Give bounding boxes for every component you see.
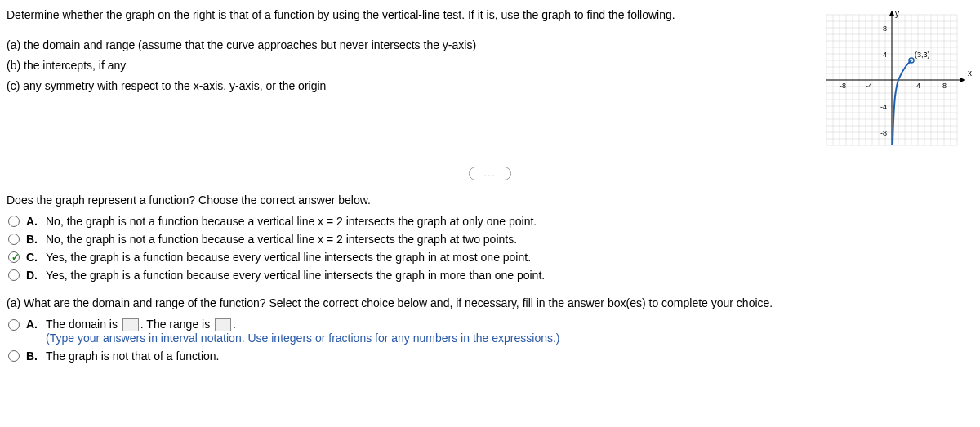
radio-icon[interactable] [8,216,20,227]
range-input[interactable] [215,318,231,331]
question-2: (a) What are the domain and range of the… [7,296,973,363]
expand-button[interactable]: ... [469,167,511,180]
q1-choice-a[interactable]: A. No, the graph is not a function becau… [7,215,973,228]
choice-letter: A. [26,318,38,331]
choice-text: Yes, the graph is a function because eve… [46,269,545,282]
intro-part-c: (c) any symmetry with respect to the x-a… [7,78,794,95]
svg-marker-45 [889,11,894,16]
tick-neg8: -8 [840,82,846,90]
tick-neg4: -4 [866,82,872,90]
q1-choice-d[interactable]: D. Yes, the graph is a function because … [7,269,973,282]
choice-letter: D. [26,269,38,282]
domain-input[interactable] [122,318,139,331]
choice-a-line1: The domain is . The range is . [46,318,560,331]
svg-marker-43 [960,78,965,82]
choice-letter: B. [26,349,38,363]
domain-pre: The domain is [46,318,121,331]
choice-text: The graph is not that of a function. [46,349,219,363]
choice-a-instruction: (Type your answers in interval notation.… [46,331,560,345]
question-1: Does the graph represent a function? Cho… [7,193,973,282]
choice-text: Yes, the graph is a function because eve… [46,251,531,264]
tick-neg8-y: -8 [880,129,887,137]
graph-panel: -8 -4 4 8 8 4 -4 -8 x y (3,3) [810,7,973,153]
tick-pos4-x: 4 [916,82,920,90]
choice-letter: A. [26,215,38,228]
radio-icon[interactable] [8,350,20,362]
radio-icon-selected[interactable] [8,251,20,263]
domain-post: . [233,318,236,331]
tick-pos8-x: 8 [942,82,947,90]
tick-pos8-y: 8 [883,24,887,33]
tick-neg4-y: -4 [880,103,887,111]
intro-part-a: (a) the domain and range (assume that th… [7,37,794,54]
q1-choice-c[interactable]: C. Yes, the graph is a function because … [7,251,973,264]
question-intro: Determine whether the graph on the right… [7,7,794,98]
intro-line1: Determine whether the graph on the right… [7,7,794,24]
tick-pos4-y: 4 [883,51,887,59]
q2-choice-a[interactable]: A. The domain is . The range is . (Type … [7,318,973,345]
choice-letter: C. [26,251,38,264]
q2-prompt: (a) What are the domain and range of the… [7,296,973,309]
choice-text: No, the graph is not a function because … [46,233,517,246]
function-graph: -8 -4 4 8 8 4 -4 -8 x y (3,3) [810,7,973,153]
radio-icon[interactable] [8,319,20,331]
q2-choice-b[interactable]: B. The graph is not that of a function. [7,349,973,363]
domain-mid: . The range is [140,318,213,331]
q1-choice-b[interactable]: B. No, the graph is not a function becau… [7,233,973,246]
choice-text: No, the graph is not a function because … [46,215,537,228]
point-label: (3,3) [915,51,930,59]
intro-part-b: (b) the intercepts, if any [7,57,794,74]
q1-prompt: Does the graph represent a function? Cho… [7,193,973,207]
y-axis-label: y [895,9,899,18]
choice-letter: B. [26,233,38,246]
radio-icon[interactable] [8,234,20,245]
radio-icon[interactable] [8,269,20,281]
x-axis-label: x [968,69,972,78]
